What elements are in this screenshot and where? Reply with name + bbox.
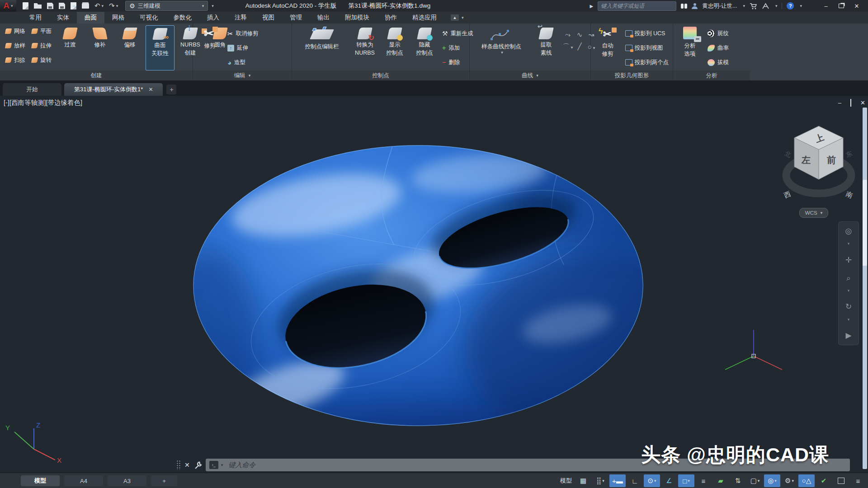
revolve-button[interactable]: 旋转 [32,55,52,65]
viewcube-front-face[interactable]: 前 [826,155,836,165]
workspace-switching-button[interactable]: ⚙▾ [781,474,797,487]
spline-cv-button[interactable]: 样条曲线控制点 ▾ [472,25,530,70]
start-tab[interactable]: 开始 [3,83,61,96]
tab-surface[interactable]: 曲面 [77,12,104,23]
tab-home[interactable]: 常用 [22,12,49,23]
viewcube-south-label[interactable]: 南 [845,190,854,199]
graphics-performance-toggle[interactable]: ✔ [816,474,832,487]
isolate-objects-toggle[interactable]: ○△ [798,474,815,487]
planar-surface-button[interactable]: 平面 [32,26,52,36]
panel-label-edit[interactable]: 编辑▾ [193,70,292,80]
tab-featured-apps[interactable]: 精选应用 [405,12,444,23]
project-to-ucs-button[interactable]: 投影到 UCS [625,28,669,39]
qat-overflow-button[interactable]: ▾ [212,4,214,8]
workspace-switcher[interactable]: ⚙ 三维建模 ▾ [125,1,208,11]
layout-a3-tab[interactable]: A3 [108,475,146,486]
surface-sculpt-button[interactable]: ◕ 造型 [227,57,259,67]
customization-button[interactable]: ≡ [850,474,866,487]
plot-button[interactable] [82,3,89,9]
tab-view[interactable]: 视图 [255,12,282,23]
open-file-button[interactable] [34,3,42,9]
command-line-grip[interactable] [176,460,181,470]
autodesk-account-icon[interactable] [762,3,769,9]
viewcube-left-face[interactable]: 左 [801,155,811,165]
extrude-button[interactable]: 拉伸 [32,41,52,51]
loft-button[interactable]: 放样 [5,41,25,51]
draft-analysis-button[interactable]: 拔模 [708,57,729,67]
isodraft-toggle[interactable]: ∠ [661,474,677,487]
redo-button[interactable]: ↷▾ [109,2,118,10]
surface-extend-button[interactable]: ↑ 延伸 [227,43,259,53]
tab-visualize[interactable]: 可视化 [132,12,166,23]
viewport-scrollbar[interactable] [863,108,867,469]
tab-parametric[interactable]: 参数化 [166,12,200,23]
application-menu-button[interactable]: A▾ [0,0,16,12]
save-as-button[interactable] [59,3,65,9]
search-expand-icon[interactable]: ▶ [590,4,594,9]
viewcube-north-label[interactable]: 北 [784,150,793,159]
drawing-close-button[interactable]: ✕ [860,99,865,106]
chevron-down-icon[interactable]: ▾ [848,241,850,246]
drawing-restore-button[interactable] [850,99,851,106]
transfer-button[interactable] [71,2,76,9]
dynamic-ucs-toggle[interactable]: ⇅ [730,474,746,487]
orbit-button[interactable]: ↻ [845,302,852,311]
save-button[interactable] [47,3,53,9]
sweep-button[interactable]: 扫掠 [5,55,25,65]
surface-untrim-button[interactable]: ✂ 取消修剪 [227,28,259,38]
scrollbar-thumb[interactable] [863,180,867,266]
command-line-close-icon[interactable]: ✕ [184,461,190,469]
spline-fit-button[interactable]: ∿ [577,31,583,39]
tab-solid[interactable]: 实体 [49,12,77,23]
minimize-button[interactable]: – [818,0,834,12]
tab-output[interactable]: 输出 [310,12,337,23]
ribbon-display-toggle[interactable]: ▲ ▾ [451,12,464,23]
tab-annotate[interactable]: 注释 [227,12,255,23]
user-avatar-icon[interactable] [692,3,698,9]
surface-associativity-button[interactable]: ∞ 曲面 关联性 [146,25,175,70]
project-to-2-points-button[interactable]: 投影到两个点 [625,57,669,68]
signed-in-user[interactable]: 黄忠明-让世... [702,2,737,10]
add-cv-button[interactable]: + 添加 [442,43,473,53]
new-file-button[interactable] [23,2,28,9]
wcs-menu-button[interactable]: WCS ▾ [799,208,828,218]
tab-collaborate[interactable]: 协作 [377,12,405,23]
tab-manage[interactable]: 管理 [282,12,310,23]
search-input[interactable]: 键入关键字或短语 [598,1,676,11]
restore-button[interactable] [834,0,849,12]
recent-commands-icon[interactable]: ›_ [209,461,218,469]
chevron-down-icon[interactable]: ▾ [743,4,745,8]
lineweight-toggle[interactable]: ≡ [695,474,712,487]
chevron-down-icon[interactable]: ▾ [848,317,850,322]
transparency-toggle[interactable]: ▰ [712,474,729,487]
polar-tracking-toggle[interactable]: ⊙▾ [644,474,660,487]
snap-mode-toggle[interactable]: ⣿▾ [592,474,609,487]
new-drawing-tab-button[interactable]: + [166,84,176,94]
layout-a4-tab[interactable]: A4 [64,475,103,486]
selection-cycling-toggle[interactable]: ▢▾ [747,474,763,487]
surface-trim-button[interactable]: ✂ 修剪 [196,25,224,70]
tab-mesh[interactable]: 网格 [104,12,132,23]
chevron-down-icon[interactable]: ▾ [221,463,223,467]
grid-display-toggle[interactable]: ▦ [575,474,591,487]
convert-to-nurbs-button[interactable]: ↻ 转换为 NURBS [351,25,379,70]
chevron-down-icon[interactable]: ▾ [775,4,778,8]
curvature-analysis-button[interactable]: 曲率 [708,43,729,53]
viewcube-east-label[interactable]: 东 [845,150,854,159]
arc-button[interactable]: ⌒▾ [563,42,573,51]
surface-blend-button[interactable]: 过渡 [56,25,84,70]
network-surface-button[interactable]: 网络 [5,26,25,36]
object-snap-toggle[interactable]: □▾ [678,474,694,487]
search-binoculars-icon[interactable] [681,4,684,9]
remove-cv-button[interactable]: − 删除 [442,57,473,67]
chevron-down-icon[interactable]: ▾ [800,4,802,8]
close-button[interactable]: ✕ [849,0,864,12]
viewcube-west-label[interactable]: 西 [783,190,792,199]
extract-isoline-button[interactable]: ↩ 提取 素线 [532,25,560,70]
tab-addins[interactable]: 附加模块 [337,12,377,23]
app-store-cart-icon[interactable] [750,3,757,9]
undo-button[interactable]: ↶▾ [94,2,104,10]
show-motion-button[interactable]: ▶ [845,331,851,340]
chevron-down-icon[interactable]: ▾ [848,288,850,293]
surface-offset-button[interactable]: 偏移 [116,25,144,70]
